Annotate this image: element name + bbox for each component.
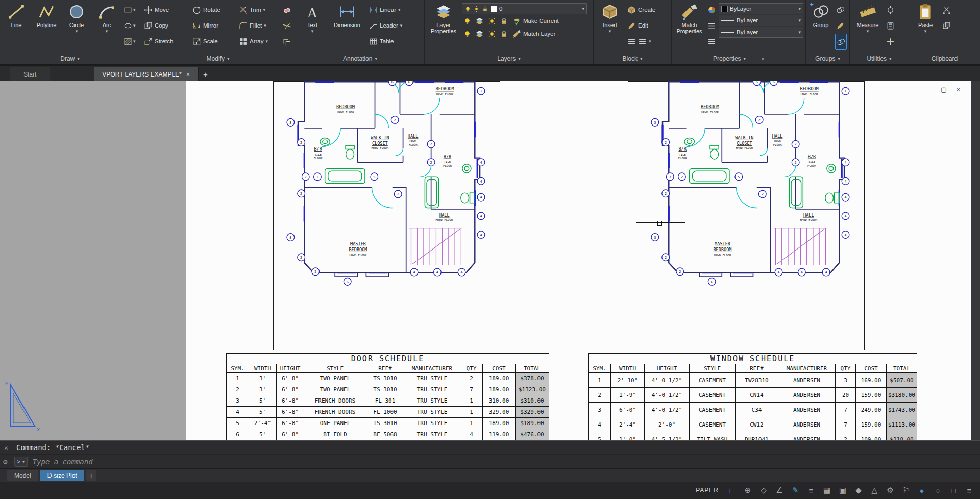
attributes-button[interactable]: ▾ [626,34,669,49]
panel-block-label[interactable]: Block▾ [594,53,671,64]
object-color-dropdown[interactable]: ByLayer▾ [719,3,803,14]
array-button[interactable]: Array▾ [237,34,280,49]
insert-button[interactable]: Insert▾ [596,2,624,34]
tab-model[interactable]: Model [7,470,38,481]
customization-icon[interactable]: ≡ [964,485,975,496]
table-button[interactable]: Table [368,34,414,49]
3d-object-snap-icon[interactable]: ◆ [853,485,864,496]
close-command-icon[interactable]: × [4,444,11,452]
dynamic-ucs-icon[interactable]: △ [869,485,880,496]
erase-button[interactable] [282,2,292,17]
circle-button[interactable]: Circle▾ [62,2,91,34]
panel-annotation-label[interactable]: Annotation▾ [296,53,424,64]
layer-freeze-icon[interactable] [473,6,480,12]
line-button[interactable]: Line [2,2,31,28]
match-properties-button[interactable]: Match Properties [674,2,705,34]
layer-color-swatch[interactable] [491,6,497,12]
linetype-list-button[interactable] [706,34,717,49]
group-selection-toggle[interactable] [835,34,847,50]
leader-button[interactable]: Leader▾ [368,18,414,33]
close-tab-icon[interactable]: × [186,70,190,78]
layer-on-button[interactable] [462,26,473,41]
object-snap-icon[interactable]: ✎ [790,485,801,496]
file-tab-drawing[interactable]: VPORT LAYERS EXAMPLE*× [94,67,199,81]
close-window-icon[interactable]: × [953,85,963,93]
panel-modify-label[interactable]: Modify▾ [140,53,296,64]
dimension-button[interactable]: Dimension [328,2,366,28]
hardware-acceleration-icon[interactable]: ● [916,485,927,496]
panel-utilities-label[interactable]: Utilities▾ [850,53,909,64]
ortho-icon[interactable]: ∟ [726,485,738,496]
quick-calc-button[interactable] [885,18,896,33]
measure-button[interactable]: Measure▾ [852,2,884,34]
restore-window-icon[interactable]: ▢ [939,85,948,93]
group-edit-button[interactable] [835,18,847,33]
fillet-button[interactable]: Fillet▾ [237,18,280,33]
create-block-button[interactable]: Create [626,2,669,17]
clean-screen-icon[interactable]: □ [948,485,959,496]
new-tab-button[interactable]: + [199,67,212,81]
polar-tracking-icon[interactable]: ⊕ [742,485,753,496]
mirror-button[interactable]: Mirror [191,18,236,33]
object-snap-tracking-icon[interactable]: ∠ [774,485,785,496]
isometric-drafting-icon[interactable]: ◇ [758,485,769,496]
layer-on-icon[interactable] [464,6,471,12]
panel-draw-label[interactable]: Draw▾ [0,53,140,64]
panel-expand-icon[interactable]: » [762,53,764,64]
workspace-icon[interactable]: ⚙ [885,485,896,496]
point-button[interactable] [885,34,896,49]
rectangle-button[interactable]: ▾ [122,2,137,17]
group-button[interactable]: ✦Group [808,2,834,28]
layer-unlock-button[interactable] [499,26,509,41]
rotate-button[interactable]: Rotate [191,2,236,17]
ellipse-button[interactable]: ▾ [122,18,137,33]
paper-space-toggle[interactable]: PAPER [693,487,722,494]
offset-button[interactable] [282,34,292,49]
layer-dropdown[interactable]: 0 ▾ [462,3,587,14]
paste-button[interactable]: Paste▾ [911,2,940,34]
explode-button[interactable] [282,18,292,33]
lineweight-list-button[interactable] [706,18,717,33]
linetype-dropdown[interactable]: ByLayer▾ [719,27,803,38]
copy-clip-button[interactable] [941,18,952,33]
file-tab-start[interactable]: Start [10,67,50,81]
id-point-button[interactable] [885,2,896,17]
command-prompt-icon[interactable]: >▾ [14,457,28,467]
polyline-button[interactable]: Polyline [32,2,61,28]
text-button[interactable]: Text▾ [298,2,327,34]
panel-groups-label[interactable]: Groups▾ [806,53,849,64]
linear-button[interactable]: Linear▾ [368,2,414,17]
ungroup-button[interactable] [835,2,847,17]
match-layer-button[interactable]: Match Layer [511,28,557,40]
panel-clipboard-label[interactable]: Clipboard [909,53,980,64]
layer-thaw-button[interactable] [486,26,497,41]
layer-lock-icon[interactable] [482,6,488,12]
scale-button[interactable]: Scale [191,34,236,49]
lineweight-icon[interactable]: ≡ [805,485,817,496]
selection-cycling-icon[interactable]: ▣ [837,485,848,496]
minimize-window-icon[interactable]: — [925,85,934,93]
stretch-button[interactable]: Stretch [142,34,189,49]
edit-block-button[interactable]: Edit [626,18,669,33]
layer-unisolate-button[interactable] [474,26,485,41]
trim-button[interactable]: Trim▾ [237,2,280,17]
copy-button[interactable]: Copy [142,18,189,33]
new-layout-button[interactable]: + [86,470,96,481]
customize-command-icon[interactable]: ⚙ [3,458,10,466]
panel-layers-label[interactable]: Layers▾ [425,53,593,64]
panel-properties-label[interactable]: Properties▾» [672,53,805,64]
transparency-icon[interactable]: ▦ [821,485,832,496]
annotation-monitor-icon[interactable]: ⚐ [900,485,912,496]
arc-button[interactable]: Arc▾ [92,2,121,34]
layer-properties-button[interactable]: Layer Properties [427,2,460,34]
command-input[interactable] [32,457,980,466]
move-button[interactable]: Move [142,2,189,17]
tab-d-size-plot[interactable]: D-size Plot [40,470,84,481]
cut-button[interactable] [941,2,952,17]
isolate-objects-icon[interactable]: ◌ [932,485,943,496]
make-current-button[interactable]: Make Current [511,15,560,27]
lineweight-dropdown[interactable]: ByLayer▾ [719,15,803,26]
hatch-button[interactable]: ▾ [122,34,137,49]
drawing-canvas[interactable]: DOOR SCHEDULESYM.WIDTHHEIGHTSTYLEREF#MAN… [0,81,980,440]
color-wheel-button[interactable] [706,2,717,17]
